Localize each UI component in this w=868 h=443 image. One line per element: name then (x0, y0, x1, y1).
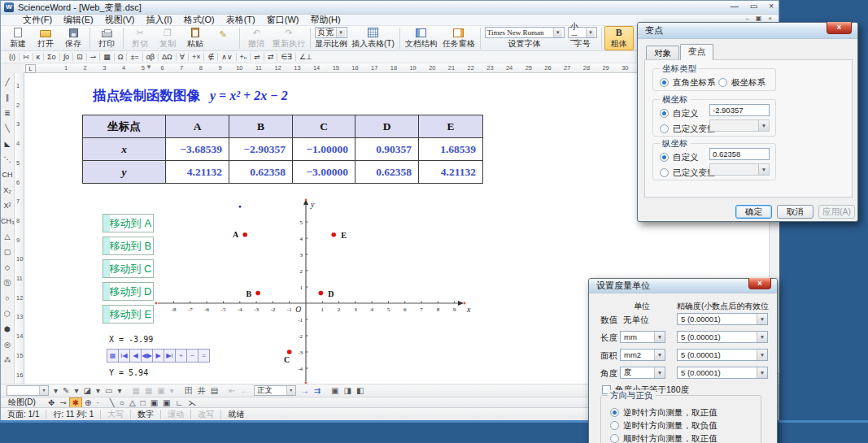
menu-item-1[interactable]: 文件(F) (17, 14, 58, 26)
move-to-button-c[interactable]: 移动到 C (103, 259, 154, 278)
close-button[interactable]: × (769, 2, 774, 11)
insert-table-button[interactable]: 插入表格(T) (349, 26, 397, 50)
precision-combo-3[interactable]: 5 (0.00001)▼ (677, 349, 768, 361)
math-tool-icon-15[interactable]: ∉ (204, 52, 217, 63)
move-to-button-e[interactable]: 移动到 E (103, 305, 154, 324)
unit-combo-2[interactable]: mm▼ (620, 331, 665, 343)
math-tool-icon-11[interactable]: αβ (143, 52, 158, 63)
math-tool-icon-7[interactable]: ⇀ (87, 52, 100, 63)
format-painter-button[interactable]: ✎ (209, 26, 237, 50)
shape-tool-icon-11[interactable]: △ (1, 229, 14, 245)
arrow-icon-2[interactable]: ← (238, 386, 251, 395)
y-custom-radio[interactable]: 自定义 (660, 149, 699, 163)
shape-tool-icon-12[interactable]: ▢ (1, 245, 14, 260)
shape-tool-icon-4[interactable]: ╲ (1, 121, 14, 137)
paste-button[interactable]: 粘贴 (181, 26, 209, 50)
shape-tool-icon-10[interactable]: CH₃ (1, 214, 14, 229)
coord-type-option-2[interactable]: 极坐标系 (718, 74, 765, 89)
math-tool-icon-6[interactable]: ⊡ (73, 52, 86, 63)
tab-object[interactable]: 对象 (646, 46, 679, 60)
shape-tool-icon-7[interactable]: CH (1, 167, 14, 183)
shape-tool-icon-13[interactable]: ◇ (1, 260, 14, 276)
format-icon-disabled-3[interactable]: ▣ (155, 386, 167, 395)
draw-tool-icon-11[interactable]: ▣ (160, 398, 172, 407)
menu-item-6[interactable]: 表格(T) (220, 14, 261, 26)
format-icon-disabled-2[interactable]: ▦ (142, 386, 155, 395)
vertical-ruler[interactable]: 12345678910111213141516 (15, 73, 24, 384)
format-icon-1[interactable]: ▾ (51, 386, 60, 395)
draw-tool-icon-1[interactable]: ✥ (46, 398, 57, 407)
draw-tool-icon-13[interactable]: ⋋ (185, 398, 198, 407)
redo-button[interactable]: ↷重新执行 (270, 26, 308, 50)
view-icon-3[interactable]: ◧ (354, 386, 366, 395)
math-tool-icon-3[interactable]: ĸ (33, 52, 44, 63)
shape-tool-icon-18[interactable]: ◎ (1, 337, 14, 353)
y-variable-combo[interactable]: ▼ (709, 163, 770, 176)
format-icon-5[interactable]: ▾ (94, 386, 103, 395)
format-icon-3[interactable]: ▾ (72, 386, 81, 395)
math-tool-icon-21[interactable]: ∠⊥ (296, 52, 316, 63)
draw-tool-icon-5[interactable]: · (94, 398, 101, 407)
title-bar[interactable]: W ScienceWord - [Web_变量.dsc] — ▭ × (1, 1, 779, 15)
math-tool-icon-2[interactable]: ∺ (20, 52, 33, 63)
nav-arrow-icon-2[interactable]: ⇉ (312, 386, 323, 395)
math-tool-icon-16[interactable]: ∧∨ (218, 52, 235, 63)
restore-button[interactable]: ▭ (750, 2, 757, 11)
bold-button[interactable]: B粗体 (604, 26, 634, 50)
shape-tool-icon-2[interactable]: ∥ (1, 90, 14, 106)
draw-tool-icon-2[interactable]: ⊸ (57, 398, 68, 407)
font-family-combo[interactable]: Times New Roman▾ (485, 27, 565, 38)
cut-button[interactable]: ✂剪切 (126, 26, 154, 50)
shape-tool-icon-17[interactable]: ⬢ (1, 322, 14, 337)
menu-item-5[interactable]: 格式(O) (178, 14, 220, 26)
shape-tool-icon-8[interactable]: X₂ (1, 183, 14, 198)
direction-option-3[interactable]: 顺时针方向测量，取正值 (610, 430, 718, 443)
precision-combo-2[interactable]: 5 (0.00001)▼ (677, 331, 768, 343)
math-tool-icon-9[interactable]: Ω (115, 52, 127, 63)
coord-type-option-1[interactable]: 直角坐标系 (660, 74, 716, 89)
shape-tool-icon-9[interactable]: X² (1, 198, 14, 214)
new-button[interactable]: 新建 (4, 26, 32, 50)
shape-tool-icon-19[interactable]: ⁂ (1, 353, 14, 368)
print-button[interactable]: 打印 (93, 26, 120, 50)
x-variable-combo[interactable]: ▼ (709, 119, 770, 132)
shape-tool-icon-6[interactable]: ⋱ (1, 152, 14, 167)
format-icon-7[interactable]: ▾ (115, 386, 124, 395)
x-defined-radio[interactable]: 已定义变量 (660, 120, 716, 135)
move-to-button-d[interactable]: 移动到 D (103, 282, 154, 301)
move-to-button-b[interactable]: 移动到 B (103, 237, 154, 255)
menu-item-7[interactable]: 窗口(W) (261, 14, 305, 26)
ok-button[interactable]: 确定 (735, 205, 772, 219)
y-value-input[interactable] (709, 148, 770, 160)
draw-tool-icon-6[interactable]: ╲ (107, 398, 117, 407)
y-defined-radio[interactable]: 已定义变量 (660, 164, 716, 179)
apply-button[interactable]: 应用(A) (818, 205, 855, 219)
precision-combo-4[interactable]: 5 (0.00001)▼ (677, 367, 768, 379)
view-icon-1[interactable]: ▣ (329, 386, 341, 395)
draw-tool-icon-9[interactable]: □ (138, 398, 148, 407)
math-tool-icon-19[interactable]: ⇄ (264, 52, 277, 63)
cancel-button[interactable]: 取消 (777, 205, 813, 219)
shape-tool-icon-1[interactable]: ╱ (1, 75, 14, 90)
view-icon-2[interactable]: ◨ (342, 386, 354, 395)
math-tool-icon-12[interactable]: ΔΩ (159, 52, 176, 63)
menu-item-2[interactable]: 编辑(E) (58, 14, 99, 26)
x-custom-radio[interactable]: 自定义 (660, 105, 699, 119)
grid-icon-3[interactable]: ▤ (208, 386, 220, 395)
shape-tool-icon-16[interactable]: ⬡ (1, 306, 14, 322)
format-icon-2[interactable]: ✎ (60, 386, 72, 395)
paragraph-style-combo[interactable]: 正文▾ (254, 385, 296, 396)
math-tool-icon-5[interactable]: ∫ο (60, 52, 72, 63)
format-icon-disabled-4[interactable]: ▾ (168, 386, 177, 395)
draw-tool-icon-10[interactable]: ▣ (148, 398, 160, 407)
draw-tool-icon-8[interactable]: △ (127, 398, 138, 407)
grid-icon-2[interactable]: 井 (195, 385, 208, 397)
minimize-button[interactable]: — (731, 2, 739, 11)
copy-button[interactable]: ❐复制 (154, 26, 181, 50)
doc-restore-button[interactable]: ▣ (756, 15, 762, 22)
shape-tool-icon-3[interactable]: ≣ (1, 106, 14, 121)
math-tool-icon-10[interactable]: ±= (127, 52, 142, 63)
unit-combo-3[interactable]: mm2▼ (620, 349, 665, 361)
open-button[interactable]: 打开 (32, 26, 59, 50)
math-tool-icon-18[interactable]: ⇌ (251, 52, 264, 63)
